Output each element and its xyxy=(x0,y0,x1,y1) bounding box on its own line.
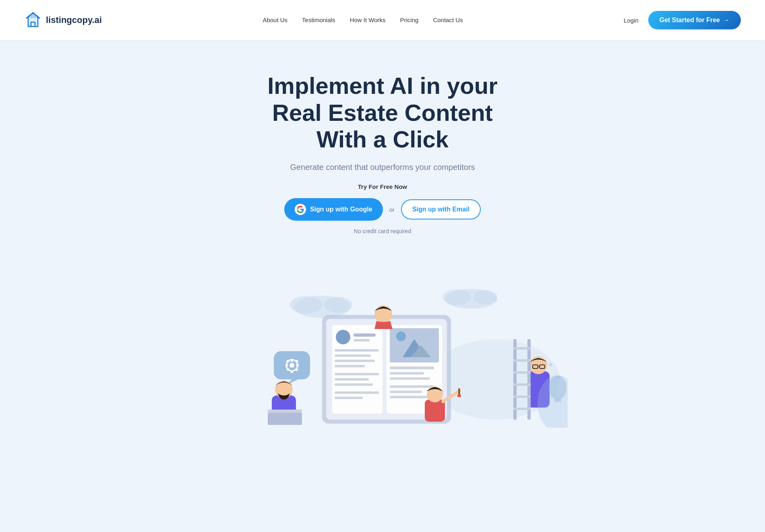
nav-testimonials[interactable]: Testimonials xyxy=(302,17,335,23)
nav-about[interactable]: About Us xyxy=(263,17,287,23)
svg-rect-15 xyxy=(335,354,371,357)
get-started-button[interactable]: Get Started for Free → xyxy=(648,11,741,29)
hero-section: Implement AI in your Real Estate Content… xyxy=(0,40,765,255)
navbar: listingcopy.ai About Us Testimonials How… xyxy=(0,0,765,40)
svg-rect-19 xyxy=(335,378,369,381)
svg-rect-28 xyxy=(390,366,434,369)
hero-title: Implement AI in your Real Estate Content… xyxy=(267,72,497,153)
signup-google-button[interactable]: Sign up with Google xyxy=(284,198,383,221)
login-link[interactable]: Login xyxy=(624,17,639,24)
svg-point-5 xyxy=(443,289,471,305)
logo-text: listingcopy.ai xyxy=(46,15,102,25)
svg-rect-49 xyxy=(268,413,302,425)
svg-text:✦: ✦ xyxy=(548,361,554,369)
svg-rect-22 xyxy=(335,397,363,399)
nav-pricing[interactable]: Pricing xyxy=(400,17,419,23)
svg-rect-31 xyxy=(390,385,434,388)
try-label: Try For Free Now xyxy=(358,183,407,190)
logo-icon xyxy=(24,11,42,29)
illustration-container: ✦ ✦ xyxy=(0,259,765,428)
svg-rect-20 xyxy=(335,383,373,386)
svg-rect-39 xyxy=(291,371,293,373)
svg-rect-40 xyxy=(285,364,288,366)
svg-rect-12 xyxy=(354,333,376,337)
svg-rect-60 xyxy=(513,371,531,374)
hero-illustration: ✦ ✦ xyxy=(197,259,568,428)
svg-rect-59 xyxy=(513,359,531,362)
svg-point-11 xyxy=(336,330,350,344)
svg-rect-68 xyxy=(457,395,461,397)
logo-link[interactable]: listingcopy.ai xyxy=(24,11,102,29)
nav-links: About Us Testimonials How It Works Prici… xyxy=(263,17,463,24)
svg-rect-33 xyxy=(390,396,428,398)
svg-point-27 xyxy=(396,331,406,341)
svg-point-6 xyxy=(473,290,497,304)
nav-how-it-works[interactable]: How It Works xyxy=(350,17,386,23)
svg-rect-61 xyxy=(513,383,531,386)
svg-point-0 xyxy=(32,12,34,14)
svg-rect-29 xyxy=(390,372,424,375)
google-icon xyxy=(295,204,306,215)
svg-rect-62 xyxy=(513,395,531,398)
signup-row: Sign up with Google or Sign up with Emai… xyxy=(284,198,481,221)
svg-point-72 xyxy=(549,375,567,400)
svg-rect-30 xyxy=(390,377,430,380)
svg-point-3 xyxy=(324,297,352,313)
svg-rect-32 xyxy=(390,391,422,393)
svg-rect-16 xyxy=(335,360,375,362)
svg-rect-41 xyxy=(296,364,299,366)
svg-point-37 xyxy=(289,363,294,368)
svg-rect-73 xyxy=(554,399,561,402)
svg-rect-48 xyxy=(268,410,302,413)
signup-email-button[interactable]: Sign up with Email xyxy=(401,199,481,219)
svg-rect-38 xyxy=(291,359,293,362)
svg-rect-63 xyxy=(513,408,531,410)
svg-rect-58 xyxy=(513,347,531,350)
no-credit-text: No credit card required xyxy=(354,228,411,234)
svg-rect-13 xyxy=(354,339,370,342)
svg-rect-17 xyxy=(335,365,365,367)
nav-right: Login Get Started for Free → xyxy=(624,11,741,29)
svg-point-2 xyxy=(290,296,322,314)
svg-rect-21 xyxy=(335,391,379,394)
svg-rect-18 xyxy=(335,373,379,375)
or-text: or xyxy=(389,206,395,213)
svg-rect-64 xyxy=(425,400,445,422)
hero-subtitle: Generate content that outperforms your c… xyxy=(290,163,475,172)
nav-contact[interactable]: Contact Us xyxy=(433,17,463,23)
svg-rect-14 xyxy=(335,349,379,352)
